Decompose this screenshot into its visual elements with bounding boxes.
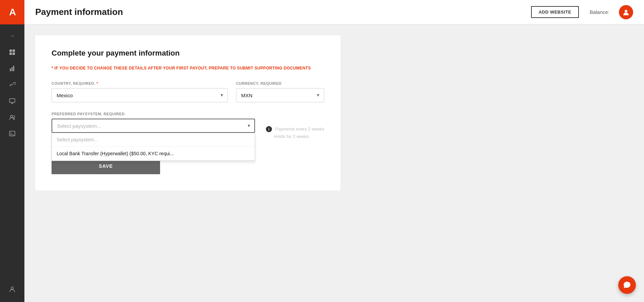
chart-icon [8, 65, 16, 72]
svg-point-11 [625, 10, 627, 13]
users-icon [8, 114, 16, 121]
country-required-star: * [97, 81, 98, 85]
sidebar: A → [0, 0, 24, 302]
country-label: COUNTRY, REQUIRED, * [52, 81, 228, 85]
currency-select[interactable]: MXN [236, 88, 324, 102]
svg-rect-3 [13, 53, 15, 55]
country-currency-row: COUNTRY, REQUIRED, * Mexico ▼ CURRENCY, … [52, 81, 324, 102]
svg-point-10 [11, 287, 14, 289]
page-title: Payment information [35, 7, 524, 17]
terminal-icon [8, 130, 16, 137]
svg-rect-7 [9, 99, 15, 102]
paysystem-row: PREFERRED PAYSYSTEM, REQUIRED Select pay… [52, 112, 324, 140]
country-select-wrapper: Mexico ▼ [52, 88, 228, 102]
payments-info-line: i Payments every 2 weeks [266, 125, 324, 133]
sidebar-item-arrow[interactable]: → [5, 28, 20, 43]
paysystem-option-hyperwallet[interactable]: Local Bank Transfer (Hyperwallet) ($50.0… [52, 147, 255, 161]
sidebar-item-monitor[interactable] [5, 94, 20, 108]
dashboard-icon [8, 48, 16, 56]
sidebar-item-link[interactable] [5, 77, 20, 92]
svg-rect-4 [10, 68, 11, 71]
add-website-button[interactable]: ADD WEBSITE [531, 6, 579, 18]
svg-rect-0 [9, 49, 12, 52]
svg-rect-2 [9, 53, 12, 55]
sidebar-item-chart[interactable] [5, 61, 20, 76]
payment-info-section: i Payments every 2 weeks Holds for 2 wee… [263, 112, 324, 140]
logo[interactable]: A [0, 0, 24, 24]
sidebar-bottom [5, 282, 20, 302]
link-icon [8, 81, 16, 88]
paysystem-dropdown: Select paysystem... Local Bank Transfer … [52, 133, 255, 161]
country-select[interactable]: Mexico [52, 88, 228, 102]
main: Payment information ADD WEBSITE Balance:… [24, 0, 644, 302]
svg-rect-9 [9, 131, 15, 136]
sidebar-item-users[interactable] [5, 110, 20, 125]
sidebar-item-dashboard[interactable] [5, 45, 20, 60]
paysystem-wrapper: Select paysystem... ▼ Select paysystem..… [52, 119, 255, 133]
sidebar-item-profile[interactable] [5, 282, 20, 297]
chat-bubble-button[interactable] [618, 276, 636, 294]
paysystem-trigger[interactable]: Select paysystem... [52, 119, 255, 133]
user-avatar[interactable] [619, 5, 633, 19]
svg-rect-5 [12, 67, 13, 71]
logo-letter: A [9, 7, 15, 18]
sidebar-item-terminal[interactable] [5, 126, 20, 141]
currency-group: CURRENCY, REQUIRED MXN ▼ [236, 81, 324, 102]
holds-info-line: Holds for 2 weeks [266, 133, 324, 140]
header: Payment information ADD WEBSITE Balance: [24, 0, 644, 24]
paysystem-group: PREFERRED PAYSYSTEM, REQUIRED Select pay… [52, 112, 255, 133]
paysystem-label: PREFERRED PAYSYSTEM, REQUIRED [52, 112, 255, 116]
country-group: COUNTRY, REQUIRED, * Mexico ▼ [52, 81, 228, 102]
balance-label: Balance: [590, 9, 609, 15]
currency-label: CURRENCY, REQUIRED [236, 81, 324, 85]
profile-icon [8, 285, 16, 293]
svg-rect-6 [13, 66, 14, 71]
svg-rect-1 [13, 49, 15, 52]
monitor-icon [8, 97, 16, 105]
currency-select-wrapper: MXN ▼ [236, 88, 324, 102]
content: Complete your payment information * IF Y… [24, 24, 644, 302]
card-title: Complete your payment information [52, 49, 324, 58]
warning-text: * IF YOU DECIDE TO CHANGE THESE DETAILS … [52, 66, 324, 71]
sidebar-nav: → [5, 24, 20, 282]
info-icon: i [266, 126, 272, 132]
form-card: Complete your payment information * IF Y… [35, 35, 340, 190]
svg-point-8 [11, 115, 13, 117]
arrow-right-icon: → [8, 32, 16, 40]
paysystem-option-placeholder[interactable]: Select paysystem... [52, 133, 255, 147]
